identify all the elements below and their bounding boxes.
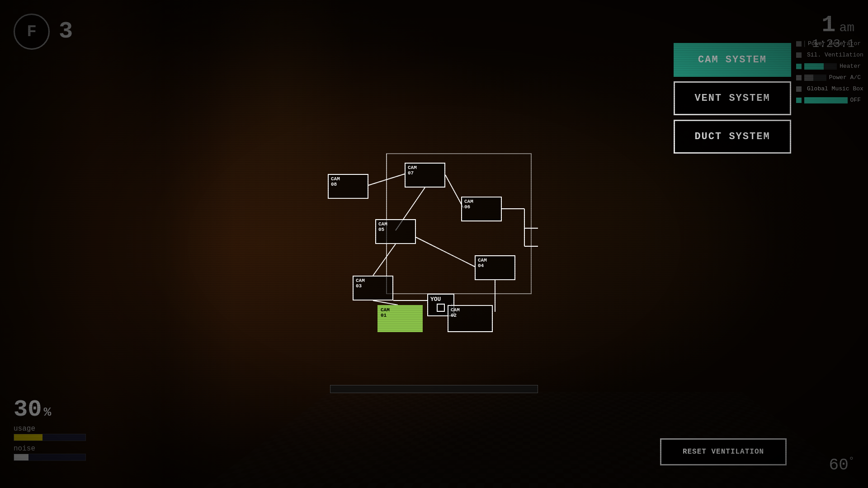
off-label: OFF xyxy=(850,97,861,103)
map-scrollbar[interactable] xyxy=(330,385,538,393)
music-box-label: Global Music Box xyxy=(807,85,863,92)
power-gen-bar xyxy=(804,41,805,47)
cam-01-node[interactable]: CAM01 xyxy=(377,305,423,332)
cam-03-node[interactable]: CAM03 xyxy=(353,276,393,300)
power-ac-dot xyxy=(796,75,802,80)
cam-03-label: CAM03 xyxy=(356,278,365,289)
power-ac-bar xyxy=(804,75,826,81)
sil-ventilation-item: Sil. Ventilation xyxy=(793,50,863,60)
cam-07-label: CAM07 xyxy=(408,165,417,176)
sil-vent-dot xyxy=(796,52,802,58)
power-generator-item: Power Generator xyxy=(793,38,863,49)
heater-item: Heater xyxy=(793,61,863,71)
svg-line-1 xyxy=(368,174,405,185)
cam-02-node[interactable]: CAM02 xyxy=(448,305,493,332)
heater-dot xyxy=(796,64,802,69)
cam-08-label: CAM08 xyxy=(331,176,340,187)
heater-bar xyxy=(804,63,837,70)
temp-symbol: ° xyxy=(849,455,854,467)
sil-vent-label: Sil. Ventilation xyxy=(807,52,863,58)
music-box-item: Global Music Box xyxy=(793,84,863,94)
music-box-dot xyxy=(796,86,802,92)
power-gen-label: Power Generator xyxy=(808,40,861,47)
cam-04-label: CAM04 xyxy=(478,258,487,268)
noise-label: noise xyxy=(14,445,86,453)
usage-bar-track xyxy=(14,434,86,441)
temperature-display: 60° xyxy=(829,455,854,474)
bottom-left-panel: 30 % usage noise xyxy=(14,396,86,461)
freddy-letter: F xyxy=(27,23,37,41)
temp-value: 60 xyxy=(829,456,849,474)
off-bar xyxy=(804,97,848,103)
system-buttons-panel: CAM SYSTEM VENT SYSTEM DUCT SYSTEM xyxy=(674,43,791,154)
off-dot xyxy=(796,98,802,103)
svg-line-6 xyxy=(373,300,398,305)
cam-04-node[interactable]: CAM04 xyxy=(475,255,515,280)
off-toggle-item[interactable]: OFF xyxy=(793,95,863,105)
power-gen-dot xyxy=(796,41,802,47)
heater-label: Heater xyxy=(840,63,861,70)
heater-fill xyxy=(804,63,824,70)
power-gen-fill xyxy=(804,41,805,47)
cam-07-node[interactable]: CAM07 xyxy=(405,163,445,188)
cam-system-button[interactable]: CAM SYSTEM xyxy=(674,43,791,77)
power-ac-item: Power A/C xyxy=(793,72,863,83)
cam-01-label: CAM01 xyxy=(381,307,390,318)
svg-line-2 xyxy=(445,175,463,208)
cam-02-label: CAM02 xyxy=(451,307,460,318)
cam-05-label: CAM05 xyxy=(378,221,387,232)
usage-label: usage xyxy=(14,425,86,433)
cam-08-node[interactable]: CAM08 xyxy=(328,174,368,199)
power-symbol: % xyxy=(43,405,51,419)
you-label: YOU xyxy=(430,296,441,303)
time-hour: 1 xyxy=(821,14,835,37)
duct-system-button[interactable]: DUCT SYSTEM xyxy=(674,120,791,154)
power-ac-label: Power A/C xyxy=(829,74,861,81)
freddy-icon: F xyxy=(14,14,50,50)
reset-ventilation-button[interactable]: RESET VENTILATION xyxy=(660,438,787,465)
power-ac-fill xyxy=(804,75,813,81)
camera-map: CAM08 CAM07 CAM06 CAM05 CAM04 CAM03 CAM0… xyxy=(307,149,552,366)
cam-06-label: CAM06 xyxy=(464,199,473,210)
time-period: am xyxy=(839,21,854,35)
cam-05-node[interactable]: CAM05 xyxy=(375,219,416,244)
power-panel: Power Generator Sil. Ventilation Heater … xyxy=(793,38,863,105)
off-fill xyxy=(804,97,848,103)
noise-bar-track xyxy=(14,454,86,461)
noise-bar-fill xyxy=(14,454,28,460)
power-percentage: 30 xyxy=(14,396,42,423)
cam-06-node[interactable]: CAM06 xyxy=(461,197,502,221)
vent-system-button[interactable]: VENT SYSTEM xyxy=(674,81,791,115)
svg-line-5 xyxy=(416,237,475,267)
svg-line-4 xyxy=(373,244,396,276)
usage-bar-fill xyxy=(14,434,42,441)
night-number: 3 xyxy=(59,18,73,45)
